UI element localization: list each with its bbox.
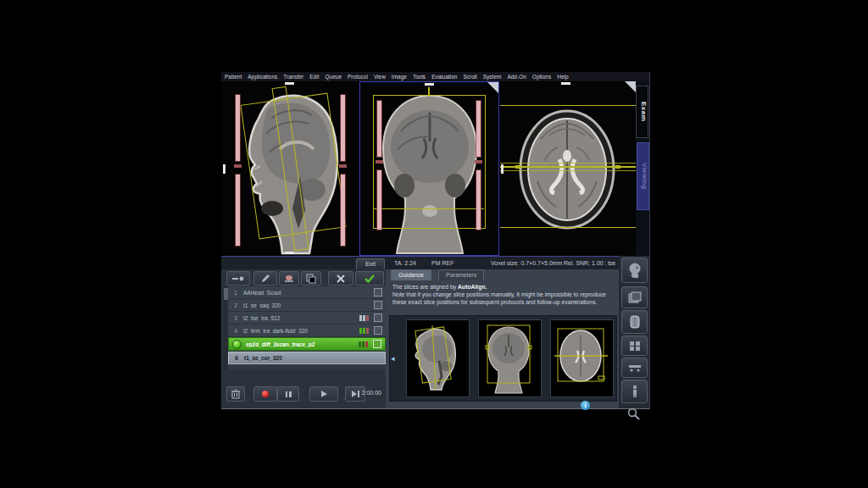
guidance-panel: Guidance Parameters The slices are align… bbox=[386, 269, 619, 408]
layout-grid-button[interactable] bbox=[621, 336, 648, 356]
saturation-band[interactable] bbox=[236, 95, 240, 161]
task-card-tabs: Exam Viewing bbox=[636, 81, 649, 256]
protocol-row-selected[interactable]: 6 t1_se_cor_320 bbox=[228, 352, 386, 364]
guidance-autoalign: AutoAlign. bbox=[458, 284, 487, 290]
protocol-list-scrollbar[interactable] bbox=[222, 286, 228, 369]
right-tool-column bbox=[619, 256, 649, 408]
pause-button[interactable] bbox=[277, 386, 299, 402]
menu-item-transfer[interactable]: Transfer bbox=[283, 74, 303, 80]
menu-item-queue[interactable]: Queue bbox=[325, 74, 342, 80]
menu-item-protocol[interactable]: Protocol bbox=[348, 74, 368, 80]
menu-item-edit[interactable]: Edit bbox=[309, 74, 319, 80]
protocol-name: AAHead_Scout bbox=[243, 290, 374, 296]
slice-handle[interactable] bbox=[615, 165, 620, 169]
desktop-background: Patient Applications Transfer Edit Queue… bbox=[0, 0, 868, 488]
menu-item-system[interactable]: System bbox=[483, 74, 502, 80]
head-coil-button[interactable] bbox=[621, 258, 648, 283]
slice-tick[interactable] bbox=[428, 87, 430, 97]
slice-line[interactable] bbox=[500, 170, 636, 171]
menu-bar: Patient Applications Transfer Edit Queue… bbox=[221, 72, 649, 81]
guidance-line1: The slices are aligned by bbox=[392, 284, 458, 290]
viewport-coronal[interactable] bbox=[359, 81, 499, 256]
sequence-status-icon bbox=[373, 340, 381, 348]
sat-band-handle[interactable] bbox=[475, 160, 482, 164]
rel-snr-label: Rel. SNR: 1.00 bbox=[564, 260, 604, 266]
segment-fold-corner[interactable] bbox=[625, 81, 636, 92]
menu-item-scroll[interactable]: Scroll bbox=[463, 74, 476, 80]
segment-fold-corner[interactable] bbox=[487, 82, 498, 93]
saturation-band[interactable] bbox=[236, 175, 240, 246]
slice-handle[interactable] bbox=[515, 165, 520, 169]
protocol-row[interactable]: 3 t2_tse_tra_512 bbox=[228, 312, 386, 324]
menu-item-applications[interactable]: Applications bbox=[248, 74, 277, 80]
adjustments-button[interactable] bbox=[621, 405, 646, 422]
image-stack-button[interactable] bbox=[621, 286, 648, 308]
tab-parameters[interactable]: Parameters bbox=[438, 269, 484, 280]
slice-line[interactable] bbox=[500, 163, 636, 164]
menu-item-help[interactable]: Help bbox=[557, 74, 568, 80]
delete-button[interactable] bbox=[226, 386, 245, 402]
row-number: 6 bbox=[229, 355, 244, 361]
stamp-icon bbox=[284, 274, 294, 283]
confirm-button[interactable] bbox=[355, 271, 384, 286]
protocol-name: t1_se_sag_320 bbox=[243, 302, 374, 308]
protocol-name: ep2d_diff_3scan_trace_p2 bbox=[246, 341, 359, 347]
protocol-row[interactable]: 2 t1_se_sag_320 bbox=[228, 299, 386, 312]
thumbnail-sagittal[interactable] bbox=[406, 319, 470, 397]
patient-icon bbox=[631, 385, 639, 398]
protocol-name: t2_tirm_tra_dark-fluid_320 bbox=[243, 328, 359, 334]
saturation-band[interactable] bbox=[341, 175, 345, 246]
edit-protocol-button[interactable] bbox=[253, 271, 277, 286]
sat-band-handle[interactable] bbox=[339, 164, 347, 168]
tab-exam[interactable]: Exam bbox=[636, 86, 648, 138]
play-icon bbox=[321, 391, 327, 397]
protocol-row[interactable]: 1 AAHead_Scout bbox=[228, 286, 386, 299]
row-number: 1 bbox=[228, 290, 243, 296]
slice-range-line[interactable] bbox=[500, 227, 636, 228]
tab-guidance[interactable]: Guidance bbox=[391, 269, 431, 280]
menu-item-patient[interactable]: Patient bbox=[225, 74, 242, 80]
protocol-row[interactable]: 4 t2_tirm_tra_dark-fluid_320 bbox=[228, 324, 386, 337]
protocol-row-active[interactable]: ep2d_diff_3scan_trace_p2 bbox=[228, 337, 386, 351]
sat-band-handle[interactable] bbox=[376, 160, 383, 164]
slice-line[interactable] bbox=[373, 208, 484, 209]
menu-item-evaluation[interactable]: Evaluation bbox=[431, 74, 457, 80]
patient-position-button[interactable] bbox=[621, 380, 648, 403]
thumbnail-axial[interactable] bbox=[550, 319, 614, 397]
pencil-icon bbox=[260, 274, 270, 284]
menu-item-view[interactable]: View bbox=[374, 74, 386, 80]
orientation-tick bbox=[285, 82, 294, 85]
tab-viewing[interactable]: Viewing bbox=[637, 142, 649, 210]
saturation-band[interactable] bbox=[377, 170, 381, 230]
sat-band-handle[interactable] bbox=[234, 164, 242, 168]
info-button[interactable]: i bbox=[581, 401, 590, 410]
viewport-axial[interactable] bbox=[500, 81, 636, 256]
thumbnail-prev-button[interactable]: ◂ bbox=[391, 350, 398, 367]
menu-item-addon[interactable]: Add-On bbox=[507, 74, 526, 80]
body-region-button[interactable] bbox=[621, 310, 648, 334]
cancel-button[interactable] bbox=[328, 271, 353, 286]
orientation-tick bbox=[223, 164, 225, 174]
guidance-line2: Note that if you change slice positions … bbox=[392, 291, 606, 305]
saturation-band[interactable] bbox=[341, 95, 345, 161]
saturation-band[interactable] bbox=[377, 101, 381, 157]
saturation-band[interactable] bbox=[476, 170, 481, 230]
copy-button[interactable] bbox=[301, 271, 321, 286]
scan-time-label: TA: 2:24 bbox=[394, 260, 416, 266]
stamp-button[interactable] bbox=[279, 271, 299, 286]
menu-item-options[interactable]: Options bbox=[532, 74, 551, 80]
thumbnail-coronal[interactable] bbox=[478, 319, 542, 397]
voxel-size-label: Voxel size: 0.7×0.7×5.0mm bbox=[491, 260, 562, 266]
slice-range-line[interactable] bbox=[500, 105, 636, 106]
continue-button[interactable] bbox=[309, 386, 338, 402]
skip-icon bbox=[352, 391, 359, 397]
view-toggle-button[interactable] bbox=[226, 271, 250, 286]
protocol-name: t1_se_cor_320 bbox=[244, 355, 385, 361]
saturation-band[interactable] bbox=[476, 101, 481, 157]
menu-item-tools[interactable]: Tools bbox=[413, 74, 426, 80]
menu-item-image[interactable]: Image bbox=[392, 74, 407, 80]
patient-table-button[interactable] bbox=[621, 358, 648, 378]
viewport-sagittal[interactable] bbox=[222, 81, 359, 256]
start-measurement-button[interactable] bbox=[253, 386, 277, 402]
exit-button[interactable]: Exit bbox=[356, 258, 385, 270]
